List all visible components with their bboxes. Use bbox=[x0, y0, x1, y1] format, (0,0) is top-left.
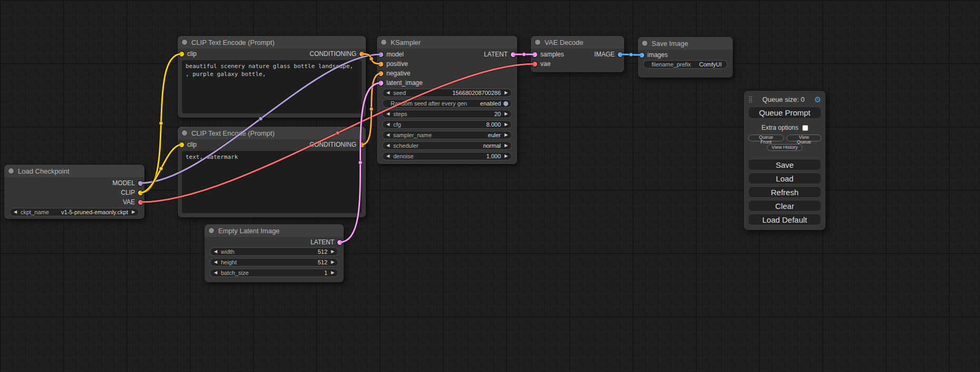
save-button[interactable]: Save bbox=[748, 159, 821, 170]
node-save-image[interactable]: Save Image images filename_prefix ComfyU… bbox=[638, 37, 733, 78]
decrement-arrow-icon[interactable]: ◀ bbox=[385, 122, 391, 127]
link-midpoint-dot[interactable] bbox=[629, 53, 633, 56]
output-slot-latent[interactable]: LATENT bbox=[311, 239, 342, 246]
extra-options-checkbox[interactable] bbox=[802, 125, 808, 131]
node-titlebar[interactable]: Load Checkpoint bbox=[4, 165, 144, 177]
node-graph-canvas[interactable]: Load Checkpoint MODEL CLIP VAE bbox=[0, 0, 980, 372]
conditioning-input-port[interactable] bbox=[379, 62, 383, 66]
conditioning-input-port[interactable] bbox=[379, 71, 383, 76]
node-titlebar[interactable]: Empty Latent Image bbox=[205, 224, 344, 237]
latent-output-port[interactable] bbox=[511, 52, 516, 57]
input-slot-positive[interactable]: positive bbox=[379, 60, 408, 68]
link-midpoint-dot[interactable] bbox=[370, 57, 373, 61]
node-vae-decode[interactable]: VAE Decode samples IMAGE vae bbox=[531, 36, 624, 72]
decrement-arrow-icon[interactable]: ◀ bbox=[213, 271, 218, 275]
prev-option-arrow-icon[interactable]: ◀ bbox=[385, 133, 391, 137]
collapse-dot-icon[interactable] bbox=[182, 130, 187, 136]
model-output-port[interactable] bbox=[138, 181, 143, 186]
widget-ckpt-name[interactable]: ◀ ckpt_name v1-5-pruned-emaonly.ckpt ▶ bbox=[9, 208, 139, 216]
output-slot-image[interactable]: IMAGE bbox=[594, 51, 623, 58]
queue-front-button[interactable]: Queue Front bbox=[748, 135, 784, 141]
queue-prompt-button[interactable]: Queue Prompt bbox=[748, 107, 821, 119]
input-slot-negative[interactable]: negative bbox=[379, 70, 410, 77]
refresh-button[interactable]: Refresh bbox=[748, 186, 821, 198]
model-input-port[interactable] bbox=[379, 52, 383, 57]
clip-output-port[interactable] bbox=[138, 190, 143, 195]
link-midpoint-dot[interactable] bbox=[159, 167, 163, 170]
next-option-arrow-icon[interactable]: ▶ bbox=[131, 210, 136, 214]
toggle-indicator[interactable] bbox=[503, 101, 508, 106]
node-titlebar[interactable]: CLIP Text Encode (Prompt) bbox=[178, 127, 366, 139]
link-midpoint-dot[interactable] bbox=[159, 121, 163, 125]
input-slot-vae[interactable]: vae bbox=[532, 60, 550, 68]
increment-arrow-icon[interactable]: ▶ bbox=[503, 154, 509, 158]
increment-arrow-icon[interactable]: ▶ bbox=[503, 112, 509, 116]
link-wire[interactable] bbox=[141, 145, 182, 193]
widget-cfg[interactable]: ◀ cfg 8.000 ▶ bbox=[382, 120, 512, 129]
link-wire[interactable] bbox=[141, 54, 182, 193]
view-history-button[interactable]: View History bbox=[767, 144, 803, 151]
increment-arrow-icon[interactable]: ▶ bbox=[503, 122, 509, 127]
increment-arrow-icon[interactable]: ▶ bbox=[330, 250, 335, 254]
widget-scheduler[interactable]: ◀ scheduler normal ▶ bbox=[382, 141, 512, 150]
collapse-dot-icon[interactable] bbox=[8, 168, 14, 174]
input-slot-latent-image[interactable]: latent_image bbox=[379, 79, 423, 87]
latent-output-port[interactable] bbox=[337, 240, 342, 245]
conditioning-output-port[interactable] bbox=[360, 142, 364, 147]
node-ksampler[interactable]: KSampler model LATENT positive bbox=[377, 36, 517, 164]
negative-prompt-textarea[interactable]: text, watermark bbox=[182, 151, 362, 213]
widget-filename-prefix[interactable]: filename_prefix ComfyUI bbox=[643, 60, 727, 69]
node-empty-latent-image[interactable]: Empty Latent Image LATENT ◀ width 512 ▶ … bbox=[205, 224, 344, 282]
node-clip-text-encode-negative[interactable]: CLIP Text Encode (Prompt) clip CONDITION… bbox=[178, 127, 366, 217]
clip-input-port[interactable] bbox=[179, 52, 184, 56]
node-titlebar[interactable]: VAE Decode bbox=[531, 36, 624, 49]
input-slot-clip[interactable]: clip bbox=[179, 50, 197, 58]
widget-sampler-name[interactable]: ◀ sampler_name euler ▶ bbox=[382, 131, 512, 139]
output-slot-conditioning[interactable]: CONDITIONING bbox=[309, 141, 364, 148]
widget-batch-size[interactable]: ◀ batch_size 1 ▶ bbox=[210, 269, 338, 277]
collapse-dot-icon[interactable] bbox=[381, 40, 386, 45]
output-slot-latent[interactable]: LATENT bbox=[484, 51, 516, 58]
settings-gear-icon[interactable]: ⚙ bbox=[814, 96, 821, 103]
node-titlebar[interactable]: KSampler bbox=[377, 36, 517, 49]
collapse-dot-icon[interactable] bbox=[182, 40, 187, 45]
load-button[interactable]: Load bbox=[748, 173, 821, 184]
next-option-arrow-icon[interactable]: ▶ bbox=[503, 144, 509, 148]
input-slot-model[interactable]: model bbox=[379, 51, 404, 58]
node-clip-text-encode-positive[interactable]: CLIP Text Encode (Prompt) clip CONDITION… bbox=[178, 36, 366, 118]
widget-random-seed-toggle[interactable]: Random seed after every gen enabled bbox=[382, 99, 512, 108]
vae-input-port[interactable] bbox=[532, 62, 537, 66]
widget-height[interactable]: ◀ height 512 ▶ bbox=[210, 258, 338, 266]
link-midpoint-dot[interactable] bbox=[370, 107, 373, 111]
decrement-arrow-icon[interactable]: ◀ bbox=[213, 250, 218, 254]
decrement-arrow-icon[interactable]: ◀ bbox=[385, 112, 391, 116]
image-input-port[interactable] bbox=[639, 53, 644, 58]
collapse-dot-icon[interactable] bbox=[209, 228, 214, 233]
node-load-checkpoint[interactable]: Load Checkpoint MODEL CLIP VAE bbox=[4, 165, 144, 219]
decrement-arrow-icon[interactable]: ◀ bbox=[385, 154, 391, 158]
widget-seed[interactable]: ◀ seed 156680208700286 ▶ bbox=[382, 89, 512, 97]
input-slot-clip[interactable]: clip bbox=[179, 141, 197, 148]
prev-option-arrow-icon[interactable]: ◀ bbox=[385, 144, 391, 148]
output-slot-model[interactable]: MODEL bbox=[112, 179, 143, 187]
next-option-arrow-icon[interactable]: ▶ bbox=[503, 133, 509, 137]
increment-arrow-icon[interactable]: ▶ bbox=[330, 271, 335, 275]
increment-arrow-icon[interactable]: ▶ bbox=[330, 260, 335, 264]
image-output-port[interactable] bbox=[618, 52, 623, 57]
widget-steps[interactable]: ◀ steps 20 ▶ bbox=[382, 110, 512, 118]
node-titlebar[interactable]: CLIP Text Encode (Prompt) bbox=[178, 36, 366, 49]
clip-input-port[interactable] bbox=[179, 142, 184, 147]
output-slot-conditioning[interactable]: CONDITIONING bbox=[309, 50, 364, 58]
positive-prompt-textarea[interactable]: beautiful scenery nature glass bottle la… bbox=[182, 60, 362, 113]
latent-input-port[interactable] bbox=[532, 52, 537, 57]
conditioning-output-port[interactable] bbox=[360, 52, 364, 56]
link-midpoint-dot[interactable] bbox=[522, 53, 526, 56]
output-slot-vae[interactable]: VAE bbox=[123, 198, 143, 206]
load-default-button[interactable]: Load Default bbox=[748, 214, 821, 225]
prev-option-arrow-icon[interactable]: ◀ bbox=[13, 210, 18, 214]
node-titlebar[interactable]: Save Image bbox=[638, 37, 733, 50]
collapse-dot-icon[interactable] bbox=[535, 40, 540, 45]
increment-arrow-icon[interactable]: ▶ bbox=[503, 91, 509, 95]
output-slot-clip[interactable]: CLIP bbox=[121, 189, 143, 196]
input-slot-samples[interactable]: samples bbox=[532, 51, 564, 58]
